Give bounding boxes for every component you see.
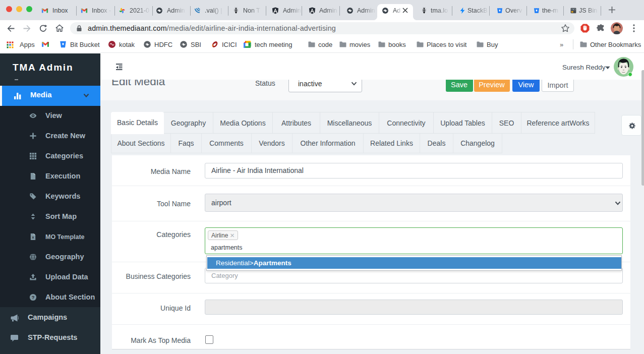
svg-text:x: x (32, 235, 34, 239)
svg-text:?: ? (32, 295, 35, 300)
